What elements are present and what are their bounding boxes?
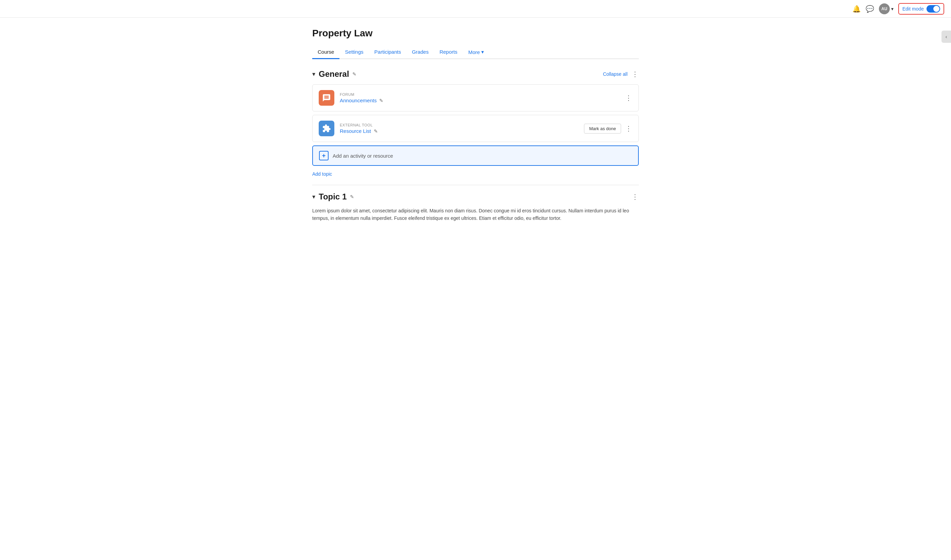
general-section: ▾ General ✎ Collapse all ⋮ FORUM Announc…: [312, 69, 639, 177]
general-section-title: General: [319, 69, 349, 79]
topic1-section-header: ▾ Topic 1 ✎ ⋮: [312, 192, 639, 202]
add-activity-plus-icon: +: [319, 151, 329, 160]
forum-name-link[interactable]: Announcements: [340, 97, 377, 103]
forum-icon: [319, 90, 334, 106]
external-tool-activity-info: EXTERNAL TOOL Resource List ✎: [340, 123, 584, 134]
topbar: 🔔 💬 AU ▾ Edit mode: [0, 0, 951, 18]
external-tool-icon: [319, 121, 334, 136]
external-tool-edit-pencil-icon[interactable]: ✎: [374, 128, 378, 134]
chevron-left-icon: ‹: [946, 34, 947, 39]
external-tool-actions: Mark as done ⋮: [584, 124, 632, 134]
more-chevron-icon: ▾: [481, 49, 484, 55]
add-activity-label: Add an activity or resource: [333, 153, 393, 159]
add-activity-button[interactable]: + Add an activity or resource: [312, 145, 639, 166]
topic1-section-menu-icon[interactable]: ⋮: [631, 193, 639, 201]
forum-menu-icon[interactable]: ⋮: [625, 94, 632, 102]
activity-card-forum: FORUM Announcements ✎ ⋮: [312, 84, 639, 111]
avatar-chevron: ▾: [891, 6, 894, 12]
external-tool-menu-icon[interactable]: ⋮: [625, 125, 632, 132]
external-tool-name-row: Resource List ✎: [340, 128, 584, 134]
topic1-edit-pencil-icon[interactable]: ✎: [350, 194, 354, 200]
course-navigation: Course Settings Participants Grades Repo…: [312, 46, 639, 59]
tab-reports[interactable]: Reports: [434, 46, 463, 59]
external-tool-name-link[interactable]: Resource List: [340, 128, 371, 134]
page-title: Property Law: [312, 28, 639, 39]
forum-edit-pencil-icon[interactable]: ✎: [379, 98, 383, 103]
external-tool-type-label: EXTERNAL TOOL: [340, 123, 584, 127]
toggle-knob: [933, 6, 939, 12]
activity-card-external-tool: EXTERNAL TOOL Resource List ✎ Mark as do…: [312, 115, 639, 142]
tab-more[interactable]: More ▾: [463, 46, 489, 58]
general-collapse-icon[interactable]: ▾: [312, 70, 315, 78]
add-topic-link[interactable]: Add topic: [312, 171, 639, 177]
tab-course[interactable]: Course: [312, 46, 340, 59]
forum-type-label: FORUM: [340, 92, 625, 97]
topic1-description: Lorem ipsum dolor sit amet, consectetur …: [312, 207, 639, 222]
chat-icon[interactable]: 💬: [866, 5, 874, 13]
avatar: AU: [879, 3, 890, 14]
topic1-section: ▾ Topic 1 ✎ ⋮ Lorem ipsum dolor sit amet…: [312, 192, 639, 222]
edit-mode-toggle[interactable]: [926, 5, 940, 12]
topic1-header-actions: ⋮: [631, 193, 639, 201]
topic1-section-title: Topic 1: [319, 192, 347, 202]
forum-actions: ⋮: [625, 94, 632, 102]
general-title-group: ▾ General ✎: [312, 69, 357, 79]
topic1-collapse-icon[interactable]: ▾: [312, 193, 315, 200]
section-divider: [312, 185, 639, 185]
edit-mode-label: Edit mode: [902, 6, 924, 12]
mark-as-done-button[interactable]: Mark as done: [584, 124, 621, 134]
forum-activity-info: FORUM Announcements ✎: [340, 92, 625, 103]
edit-mode-container: Edit mode: [898, 3, 944, 15]
tab-grades[interactable]: Grades: [406, 46, 434, 59]
general-header-actions: Collapse all ⋮: [603, 70, 639, 78]
general-section-menu-icon[interactable]: ⋮: [631, 70, 639, 78]
tab-participants[interactable]: Participants: [369, 46, 406, 59]
forum-name-row: Announcements ✎: [340, 97, 625, 103]
sidebar-collapse-button[interactable]: ‹: [942, 31, 951, 43]
main-content: Property Law Course Settings Participant…: [306, 18, 645, 236]
general-section-header: ▾ General ✎ Collapse all ⋮: [312, 69, 639, 79]
user-avatar-menu[interactable]: AU ▾: [879, 3, 894, 14]
topic1-title-group: ▾ Topic 1 ✎: [312, 192, 354, 202]
general-edit-pencil-icon[interactable]: ✎: [352, 71, 357, 77]
tab-settings[interactable]: Settings: [340, 46, 369, 59]
notifications-icon[interactable]: 🔔: [852, 5, 861, 13]
collapse-all-button[interactable]: Collapse all: [603, 71, 628, 77]
